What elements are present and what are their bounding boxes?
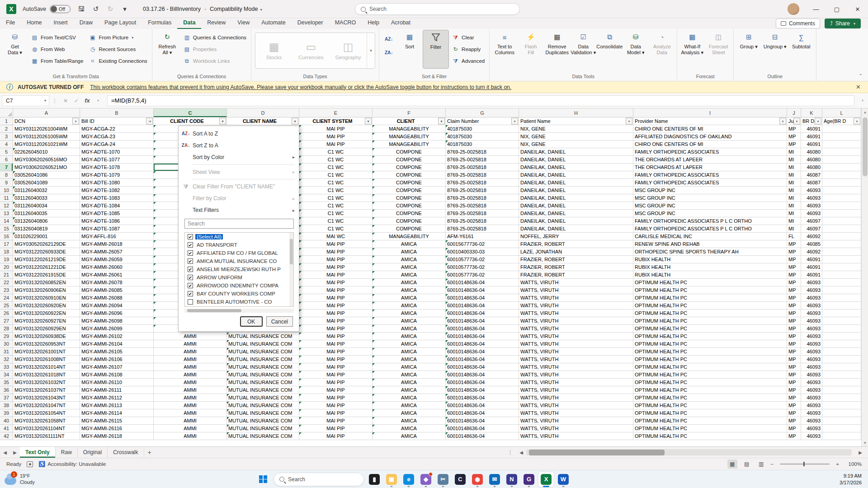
cell-h10[interactable]: DANEILAK, DANIEL	[519, 187, 633, 194]
cell-i40[interactable]: OPTIMUM HEALTH PC	[633, 417, 787, 425]
cell-e24[interactable]: MAI PIP	[299, 294, 373, 302]
cell-j2[interactable]: MP	[787, 125, 801, 133]
cell-f25[interactable]: AMICA	[373, 302, 446, 310]
cell-k32[interactable]: 46093	[801, 356, 822, 363]
cell-l25[interactable]	[822, 302, 861, 310]
cell-f6[interactable]: COMPONE	[373, 156, 446, 164]
cell-c37[interactable]: AMMI	[154, 394, 227, 402]
cell-k22[interactable]: 46093	[801, 279, 822, 286]
cell-g4[interactable]: 401875030	[446, 141, 519, 148]
cell-i22[interactable]: OPTIMUM HEALTH PC	[633, 279, 787, 286]
cell-i12[interactable]: MSC GROUP INC	[633, 202, 787, 210]
system-tray-clock[interactable]: 9:19 AM 3/17/2026	[840, 473, 862, 486]
cell-k31[interactable]: 46093	[801, 348, 822, 356]
cell-f35[interactable]: AMICA	[373, 379, 446, 386]
cell-i8[interactable]: FAMILY ORTHOPEDIC ASSOCIATES	[633, 171, 787, 179]
cell-i6[interactable]: THE ORCHARDS AT LAPEER	[633, 156, 787, 164]
cell-h27[interactable]: WATTS, VIRUTH	[519, 317, 633, 325]
cell-l24[interactable]	[822, 294, 861, 302]
cell-l5[interactable]	[822, 148, 861, 156]
cell-g12[interactable]: 8769-25-0025818	[446, 202, 519, 210]
cell-b17[interactable]: MGY-AMMI-26018	[80, 240, 154, 248]
cell-k18[interactable]: 46092	[801, 248, 822, 256]
purple-app-icon[interactable]: G	[521, 472, 537, 487]
cell-a34[interactable]: MGY031320261018NT	[13, 371, 80, 379]
cell-b10[interactable]: MGY-ADTE-1082	[80, 187, 154, 194]
cell-k30[interactable]: 46093	[801, 340, 822, 348]
header-cell-ju[interactable]: Ju▾	[787, 117, 801, 125]
cell-e28[interactable]: MAI PIP	[299, 325, 373, 333]
cell-i32[interactable]: OPTIMUM HEALTH PC	[633, 356, 787, 363]
cell-g34[interactable]: 60010148636-04	[446, 371, 519, 379]
cell-k37[interactable]: 46093	[801, 394, 822, 402]
cell-k8[interactable]: 46087	[801, 171, 822, 179]
cell-h11[interactable]: DANEILAK, DANIEL	[519, 194, 633, 202]
ribbon-button-queries-connections[interactable]: ▥Queries & Connections	[181, 33, 248, 42]
cell-g14[interactable]: 8769-25-0025818	[446, 217, 519, 225]
cell-f19[interactable]: AMICA	[373, 256, 446, 263]
cell-h23[interactable]: WATTS, VIRUTH	[519, 286, 633, 294]
cell-h25[interactable]: WATTS, VIRUTH	[519, 302, 633, 310]
checkbox-icon[interactable]: ✔	[188, 258, 193, 264]
ribbon-button-existing-connections[interactable]: ⌗Existing Connections	[87, 56, 149, 66]
cell-h4[interactable]: NIX, GENE	[519, 141, 633, 148]
horizontal-scrollbar[interactable]	[526, 449, 852, 455]
cell-g35[interactable]: 60010148636-04	[446, 379, 519, 386]
cell-k34[interactable]: 46093	[801, 371, 822, 379]
cell-a15[interactable]: 031326040819	[13, 225, 80, 233]
cell-h2[interactable]: NIX, GENE	[519, 125, 633, 133]
close-button[interactable]: ✕	[847, 0, 868, 18]
maximize-button[interactable]: ▢	[826, 0, 847, 18]
cell-c34[interactable]: AMMI	[154, 371, 227, 379]
ribbon-tab-review[interactable]: Review	[201, 18, 231, 29]
cell-h29[interactable]: WATTS, VIRUTH	[519, 333, 633, 340]
cell-c39[interactable]: AMMI	[154, 409, 227, 417]
zoom-out-icon[interactable]: −	[771, 461, 774, 467]
cell-h36[interactable]: WATTS, VIRUTH	[519, 386, 633, 394]
menu-item-sort-a-to-z[interactable]: AZ↓ Sort A to Z	[179, 128, 298, 140]
cell-l39[interactable]	[822, 409, 861, 417]
cell-a19[interactable]: MGY031220261219DE	[13, 256, 80, 263]
cell-b13[interactable]: MGY-ADTE-1085	[80, 210, 154, 217]
cell-c31[interactable]: AMMI	[154, 348, 227, 356]
cell-l29[interactable]	[822, 333, 861, 340]
cell-g19[interactable]: 60010577736-02	[446, 256, 519, 263]
cell-i17[interactable]: RENEW SPINE AND REHAB	[633, 240, 787, 248]
cell-i13[interactable]: MSC GROUP INC	[633, 210, 787, 217]
cell-a17[interactable]: MGY030520262129DE	[13, 240, 80, 248]
cell-h22[interactable]: WATTS, VIRUTH	[519, 279, 633, 286]
expand-formula-bar-icon[interactable]: ▾	[857, 99, 868, 103]
cancel-button[interactable]: Cancel	[266, 316, 293, 327]
cell-j41[interactable]: MP	[787, 425, 801, 432]
cell-i10[interactable]: MSC GROUP INC	[633, 187, 787, 194]
cell-j14[interactable]: MI	[787, 217, 801, 225]
header-cell-client[interactable]: CLIENT▾	[373, 117, 446, 125]
cell-j27[interactable]: MP	[787, 317, 801, 325]
cell-a12[interactable]: 031126040034	[13, 202, 80, 210]
cell-a29[interactable]: MGY031320260938DE	[13, 333, 80, 340]
cell-k17[interactable]: 46085	[801, 240, 822, 248]
cell-j6[interactable]: MI	[787, 156, 801, 164]
cell-e12[interactable]: C1 WC	[299, 202, 373, 210]
cell-e31[interactable]: MAI PIP	[299, 348, 373, 356]
cell-f12[interactable]: COMPONE	[373, 202, 446, 210]
banner-close-icon[interactable]: ✕	[856, 84, 861, 90]
weather-widget[interactable]: 1 19°F Cloudy	[5, 473, 72, 485]
cell-f31[interactable]: AMICA	[373, 348, 446, 356]
cell-e41[interactable]: MAI PIP	[299, 425, 373, 432]
ribbon-button-properties[interactable]: ▤Properties	[181, 44, 248, 54]
ribbon-tab-draw[interactable]: Draw	[74, 18, 99, 29]
cell-a41[interactable]: MGY031320261104NT	[13, 425, 80, 432]
cell-j18[interactable]: MP	[787, 248, 801, 256]
normal-view-icon[interactable]: ▦	[727, 460, 737, 469]
cell-e9[interactable]: C1 WC	[299, 179, 373, 187]
cell-g6[interactable]: 8769-25-0025818	[446, 156, 519, 164]
cell-j13[interactable]: MI	[787, 210, 801, 217]
ribbon-button-sort[interactable]: ▦Sort	[396, 30, 423, 69]
row-number-30[interactable]: 30	[0, 340, 13, 348]
cell-l31[interactable]	[822, 348, 861, 356]
cell-g17[interactable]: 60015677736-02	[446, 240, 519, 248]
cell-e17[interactable]: MAI PIP	[299, 240, 373, 248]
row-number-7[interactable]: 7	[0, 164, 13, 171]
cell-i24[interactable]: OPTIMUM HEALTH PC	[633, 294, 787, 302]
